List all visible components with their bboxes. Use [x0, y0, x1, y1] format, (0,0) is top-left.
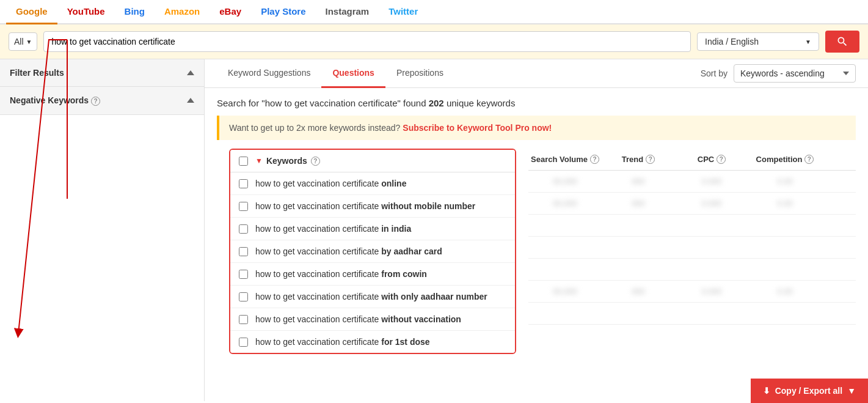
tab-prepositions[interactable]: Prepositions	[385, 59, 454, 88]
data-columns: Search Volume ? Trend ? CPC ?	[516, 149, 856, 346]
filter-chevron-icon	[187, 70, 194, 75]
cpc-cell-6: 0.000	[675, 287, 748, 296]
search-icon	[836, 35, 848, 48]
filter-results-header[interactable]: Filter Results	[0, 59, 204, 86]
row-checkbox-3[interactable]	[239, 224, 248, 234]
tab-bing[interactable]: Bing	[115, 0, 155, 24]
content-tabs-left: Keyword Suggestions Questions Prepositio…	[217, 59, 454, 87]
search-button[interactable]	[825, 31, 859, 53]
search-volume-header: Search Volume ?	[528, 155, 602, 164]
negative-chevron-icon	[187, 98, 194, 103]
cpc-cell-1: 0.000	[675, 177, 748, 186]
trend-cell-6: 000	[602, 287, 675, 296]
trend-cell-7	[602, 309, 675, 318]
search-input[interactable]	[43, 31, 691, 52]
sv-help-icon[interactable]: ?	[590, 155, 599, 164]
data-row	[528, 259, 856, 281]
keyword-text-5: how to get vaccination certificate from …	[255, 269, 427, 279]
result-summary: Search for "how to get vaccination certi…	[205, 88, 868, 116]
filter-results-section: Filter Results	[0, 59, 204, 87]
row-checkbox-8[interactable]	[239, 338, 248, 347]
table-row: how to get vaccination certificate in in…	[230, 218, 515, 240]
trend-header: Trend ?	[602, 155, 675, 164]
table-row: how to get vaccination certificate for 1…	[230, 331, 515, 353]
keywords-column-header: ▼ Keywords ?	[255, 156, 320, 166]
negative-keywords-header[interactable]: Negative Keywords ?	[0, 87, 204, 114]
negative-keywords-help-icon[interactable]: ?	[91, 97, 100, 106]
sidebar: Filter Results Negative Keywords ?	[0, 59, 205, 401]
main-layout: Filter Results Negative Keywords ?	[0, 59, 868, 401]
tab-keyword-suggestions[interactable]: Keyword Suggestions	[217, 59, 321, 88]
trend-cell-4	[602, 243, 675, 252]
keyword-text-2: how to get vaccination certificate witho…	[255, 201, 475, 211]
comp-cell-4	[748, 243, 822, 252]
sort-label: Sort by	[701, 68, 728, 78]
promo-text: Want to get up to 2x more keywords inste…	[229, 123, 400, 133]
tab-ebay[interactable]: eBay	[210, 0, 251, 24]
data-row	[528, 303, 856, 325]
copy-export-button[interactable]: ⬇ Copy / Export all ▼	[751, 379, 868, 401]
keyword-text-6: how to get vaccination certificate with …	[255, 292, 487, 301]
keywords-help-icon[interactable]: ?	[311, 157, 320, 166]
tab-amazon[interactable]: Amazon	[155, 0, 210, 24]
keyword-text-8: how to get vaccination certificate for 1…	[255, 337, 430, 347]
location-dropdown[interactable]: India / English ▼	[697, 32, 819, 51]
cpc-cell-3	[675, 221, 748, 230]
row-checkbox-1[interactable]	[239, 179, 248, 188]
trend-cell-1: 000	[602, 177, 675, 186]
table-row: how to get vaccination certificate by aa…	[230, 240, 515, 263]
comp-cell-1: 0.00	[748, 177, 822, 186]
download-icon: ⬇	[763, 386, 770, 396]
row-checkbox-2[interactable]	[239, 202, 248, 211]
comp-cell-6: 0.00	[748, 287, 822, 296]
comp-help-icon[interactable]: ?	[804, 155, 814, 164]
sv-cell-5	[528, 265, 602, 274]
search-type-dropdown[interactable]: All ▼	[9, 32, 37, 51]
data-row	[528, 215, 856, 237]
trend-cell-2: 000	[602, 199, 675, 208]
tab-instagram[interactable]: Instagram	[316, 0, 379, 24]
chevron-down-icon: ▼	[26, 39, 32, 45]
trend-help-icon[interactable]: ?	[646, 155, 655, 164]
table-row: how to get vaccination certificate onlin…	[230, 172, 515, 195]
copy-export-dropdown-icon: ▼	[847, 386, 856, 396]
data-row: 00,000 000 0.000 0.00	[528, 281, 856, 303]
competition-header: Competition ?	[748, 155, 822, 164]
sort-arrow-icon: ▼	[255, 157, 263, 165]
cpc-help-icon[interactable]: ?	[717, 155, 726, 164]
location-label: India / English	[705, 37, 759, 46]
trend-cell-5	[602, 265, 675, 274]
promo-banner: Want to get up to 2x more keywords inste…	[217, 116, 856, 140]
sort-value: Keywords - ascending	[740, 68, 825, 78]
tab-questions[interactable]: Questions	[321, 59, 385, 88]
promo-link[interactable]: Subscribe to Keyword Tool Pro now!	[403, 123, 552, 133]
tab-google[interactable]: Google	[6, 0, 57, 24]
content-tabs: Keyword Suggestions Questions Prepositio…	[205, 59, 868, 88]
tab-youtube[interactable]: YouTube	[57, 0, 115, 24]
row-checkbox-7[interactable]	[239, 315, 248, 324]
sv-cell-8	[528, 331, 602, 340]
keyword-text-3: how to get vaccination certificate in in…	[255, 224, 411, 234]
sv-cell-6: 00,000	[528, 287, 602, 296]
sv-cell-2: 00,000	[528, 199, 602, 208]
tab-playstore[interactable]: Play Store	[251, 0, 315, 24]
select-all-checkbox[interactable]	[239, 157, 248, 166]
data-row: 00,000 000 0.000 0.00	[528, 171, 856, 193]
negative-keywords-section: Negative Keywords ?	[0, 87, 204, 115]
table-row: how to get vaccination certificate from …	[230, 263, 515, 286]
row-checkbox-6[interactable]	[239, 292, 248, 301]
search-type-label: All	[14, 37, 24, 46]
negative-keywords-title: Negative Keywords ?	[10, 95, 100, 106]
cpc-cell-4	[675, 243, 748, 252]
table-row: how to get vaccination certificate with …	[230, 286, 515, 308]
cpc-header: CPC ?	[675, 155, 748, 164]
row-checkbox-4[interactable]	[239, 247, 248, 256]
row-checkbox-5[interactable]	[239, 270, 248, 279]
comp-cell-5	[748, 265, 822, 274]
sort-dropdown[interactable]: Keywords - ascending	[734, 64, 856, 83]
sv-cell-1: 00,000	[528, 177, 602, 186]
comp-cell-8	[748, 331, 822, 340]
cpc-cell-5	[675, 265, 748, 274]
tab-twitter[interactable]: Twitter	[379, 0, 428, 24]
table-row: how to get vaccination certificate witho…	[230, 308, 515, 331]
